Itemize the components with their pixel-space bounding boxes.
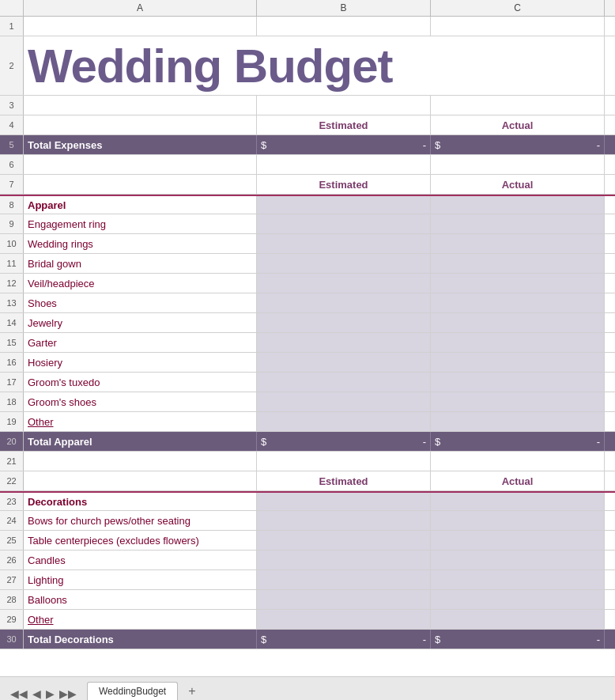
row-25: 25 Table centerpieces (excludes flowers) [0, 531, 615, 551]
cell-13c[interactable] [431, 293, 605, 312]
cell-17b[interactable] [257, 373, 431, 392]
decorations-item-1: Bows for church pews/other seating [24, 511, 257, 530]
row-13: 13 Shoes [0, 293, 615, 313]
tab-bar: ◀◀ ◀ ▶ ▶▶ WeddingBudget + [0, 676, 615, 700]
cell-21b [257, 452, 431, 471]
sheet-tab-wedding-budget[interactable]: WeddingBudget [87, 682, 178, 700]
cell-19b[interactable] [257, 412, 431, 431]
row-14: 14 Jewelry [0, 313, 615, 333]
total-expenses-estimated: $ - [257, 135, 431, 154]
row-8-apparel: 8 Apparel [0, 195, 615, 214]
row-24: 24 Bows for church pews/other seating [0, 511, 615, 531]
cell-16c[interactable] [431, 353, 605, 372]
cell-26b[interactable] [257, 551, 431, 569]
row-num-14: 14 [0, 313, 24, 332]
row-17: 17 Groom's tuxedo [0, 373, 615, 392]
row-num-21: 21 [0, 452, 24, 471]
cell-12c[interactable] [431, 274, 605, 293]
row-16: 16 Hosiery [0, 353, 615, 373]
cell-10b[interactable] [257, 234, 431, 253]
cell-27c[interactable] [431, 570, 605, 589]
row-5-total-expenses: 5 Total Expenses $ - $ - [0, 135, 615, 155]
dollar-sign-1: $ [261, 139, 266, 151]
dollar-sign-5: $ [261, 634, 266, 645]
cell-24c[interactable] [431, 511, 605, 530]
dollar-sign-3: $ [261, 436, 266, 448]
cell-14b[interactable] [257, 313, 431, 332]
nav-arrow-right-end[interactable]: ▶▶ [57, 687, 79, 700]
apparel-item-10: Groom's shoes [24, 392, 257, 411]
apparel-item-5: Shoes [24, 293, 257, 312]
row-num-15: 15 [0, 333, 24, 352]
cell-24b[interactable] [257, 511, 431, 530]
cell-10c[interactable] [431, 234, 605, 253]
nav-arrow-left[interactable]: ◀ [30, 687, 43, 700]
cell-28b[interactable] [257, 590, 431, 609]
total-decorations-label: Total Decorations [24, 630, 257, 649]
cell-11c[interactable] [431, 254, 605, 273]
row-19: 19 Other [0, 412, 615, 432]
cell-6b [257, 155, 431, 174]
row-2: 2 Wedding Budget [0, 36, 615, 96]
cell-9c[interactable] [431, 214, 605, 233]
total-decorations-actual-value: - [597, 634, 600, 645]
grid: 1 2 Wedding Budget 3 4 Estimated Actual … [0, 17, 615, 676]
cell-19c[interactable] [431, 412, 605, 431]
cell-9b[interactable] [257, 214, 431, 233]
spreadsheet-title: Wedding Budget [24, 36, 605, 95]
row-27: 27 Lighting [0, 570, 615, 590]
apparel-item-2: Wedding rings [24, 234, 257, 253]
cell-17c[interactable] [431, 373, 605, 392]
apparel-item-9: Groom's tuxedo [24, 373, 257, 392]
total-expenses-label: Total Expenses [24, 135, 257, 154]
cell-25c[interactable] [431, 531, 605, 550]
cell-28c[interactable] [431, 590, 605, 609]
row-num-26: 26 [0, 551, 24, 569]
cell-18c[interactable] [431, 392, 605, 411]
cell-12b[interactable] [257, 274, 431, 293]
cell-16b[interactable] [257, 353, 431, 372]
row-num-24: 24 [0, 511, 24, 530]
add-sheet-button[interactable]: + [182, 683, 202, 700]
cell-27b[interactable] [257, 570, 431, 589]
cell-15c[interactable] [431, 333, 605, 352]
cell-29b[interactable] [257, 610, 431, 629]
col-header-b: B [257, 0, 431, 16]
cell-3c [431, 96, 605, 115]
cell-6c [431, 155, 605, 174]
col-header-c: C [431, 0, 605, 16]
cell-4a [24, 115, 257, 134]
row-num-12: 12 [0, 274, 24, 293]
row-num-7: 7 [0, 175, 24, 194]
cell-29c[interactable] [431, 610, 605, 629]
cell-7a [24, 175, 257, 194]
row-num-5: 5 [0, 135, 24, 154]
cell-15b[interactable] [257, 333, 431, 352]
row-num-9: 9 [0, 214, 24, 233]
row-12: 12 Veil/headpiece [0, 274, 615, 293]
apparel-item-6: Jewelry [24, 313, 257, 332]
dollar-sign-2: $ [435, 139, 440, 151]
cell-1c [431, 17, 605, 36]
apparel-section-label: Apparel [24, 196, 257, 214]
cell-26c[interactable] [431, 551, 605, 569]
row-num-19: 19 [0, 412, 24, 431]
row-num-6: 6 [0, 155, 24, 174]
total-expenses-actual-value: - [597, 139, 600, 151]
nav-arrow-left-end[interactable]: ◀◀ [8, 687, 30, 700]
cell-11b[interactable] [257, 254, 431, 273]
cell-3a [24, 96, 257, 115]
nav-arrow-right[interactable]: ▶ [43, 687, 57, 700]
cell-13b[interactable] [257, 293, 431, 312]
cell-18b[interactable] [257, 392, 431, 411]
row-9: 9 Engagement ring [0, 214, 615, 234]
row-num-8: 8 [0, 196, 24, 214]
total-expenses-estimated-value: - [423, 139, 426, 151]
col-header-a: A [24, 0, 257, 16]
row-num-3: 3 [0, 96, 24, 115]
cell-25b[interactable] [257, 531, 431, 550]
row-15: 15 Garter [0, 333, 615, 353]
cell-23c [431, 493, 605, 510]
row-20-total-apparel: 20 Total Apparel $ - $ - [0, 432, 615, 452]
cell-14c[interactable] [431, 313, 605, 332]
